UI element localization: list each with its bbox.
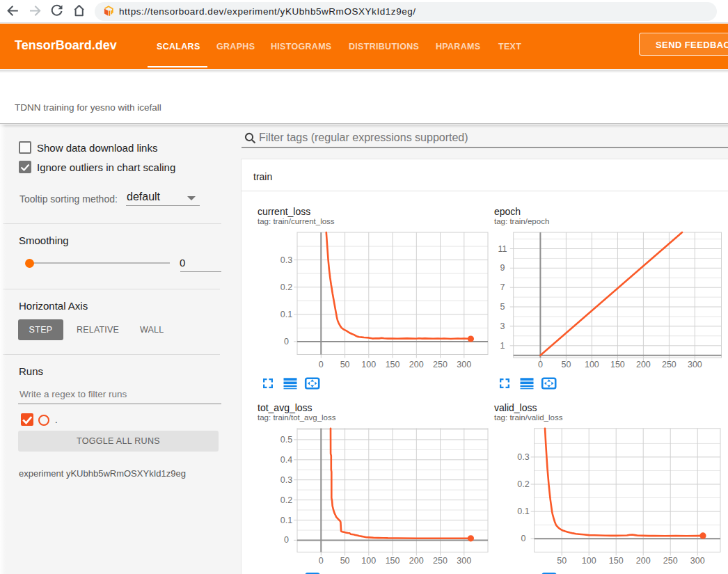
svg-text:150: 150 xyxy=(610,360,625,369)
svg-text:0.3: 0.3 xyxy=(517,452,529,462)
svg-text:300: 300 xyxy=(457,360,471,369)
svg-text:0: 0 xyxy=(521,534,526,543)
svg-text:100: 100 xyxy=(361,556,376,566)
svg-text:200: 200 xyxy=(409,360,424,369)
svg-text:0.2: 0.2 xyxy=(280,495,292,505)
svg-text:11: 11 xyxy=(498,244,507,254)
svg-text:0: 0 xyxy=(284,535,289,545)
svg-text:100: 100 xyxy=(585,360,599,369)
svg-text:5: 5 xyxy=(500,302,505,312)
svg-text:50: 50 xyxy=(557,556,567,566)
svg-text:200: 200 xyxy=(636,556,651,566)
svg-text:100: 100 xyxy=(582,556,596,566)
svg-text:250: 250 xyxy=(663,556,678,566)
svg-text:200: 200 xyxy=(409,556,424,566)
svg-text:50: 50 xyxy=(340,556,350,566)
svg-text:0: 0 xyxy=(319,360,324,369)
svg-text:7: 7 xyxy=(500,282,505,292)
svg-text:0.1: 0.1 xyxy=(280,310,292,319)
svg-text:250: 250 xyxy=(433,556,448,566)
svg-text:9: 9 xyxy=(500,263,505,273)
svg-text:300: 300 xyxy=(690,556,705,566)
svg-text:0.2: 0.2 xyxy=(280,282,292,292)
svg-text:0.3: 0.3 xyxy=(280,475,292,485)
svg-text:150: 150 xyxy=(609,556,624,566)
svg-text:250: 250 xyxy=(662,360,676,369)
svg-text:50: 50 xyxy=(561,360,571,369)
svg-text:0: 0 xyxy=(538,360,543,369)
svg-text:0.3: 0.3 xyxy=(280,255,292,265)
svg-text:200: 200 xyxy=(636,360,651,369)
svg-text:0.1: 0.1 xyxy=(517,507,529,516)
svg-text:300: 300 xyxy=(457,556,471,566)
svg-text:100: 100 xyxy=(361,360,376,369)
svg-text:0.5: 0.5 xyxy=(280,435,292,445)
svg-text:50: 50 xyxy=(340,360,350,369)
svg-text:300: 300 xyxy=(688,360,702,369)
svg-text:0.2: 0.2 xyxy=(517,479,529,489)
svg-text:1: 1 xyxy=(500,341,505,351)
svg-text:150: 150 xyxy=(386,556,400,566)
svg-text:150: 150 xyxy=(386,360,400,369)
svg-text:3: 3 xyxy=(500,321,505,331)
svg-text:250: 250 xyxy=(433,360,448,369)
svg-text:0: 0 xyxy=(284,337,289,346)
svg-text:0.1: 0.1 xyxy=(280,516,292,525)
svg-text:0: 0 xyxy=(319,556,324,566)
svg-text:0.4: 0.4 xyxy=(280,455,292,465)
